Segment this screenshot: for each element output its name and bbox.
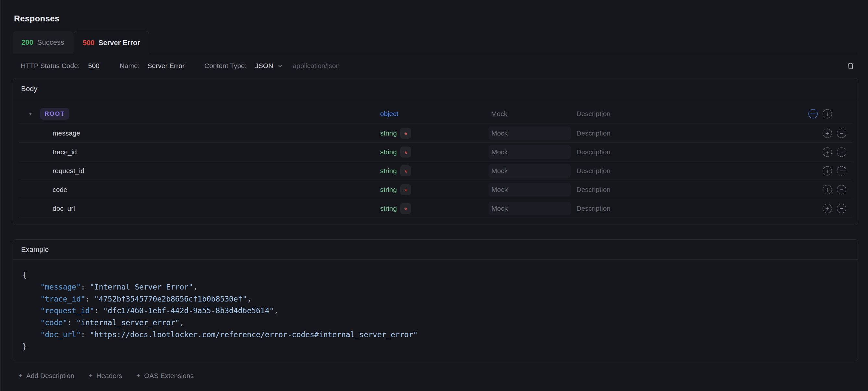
plus-icon: + [136,371,141,380]
required-badge: * [400,165,411,176]
http-status-label: HTTP Status Code: [21,62,80,70]
tab-200-success[interactable]: 200 Success [13,31,73,54]
field-name[interactable]: trace_id [53,148,77,156]
field-name[interactable]: doc_url [53,204,75,213]
root-type[interactable]: object [380,110,398,118]
schema-field-rows: message string * Mock Description + − tr… [13,124,858,218]
field-type[interactable]: string * [380,165,411,176]
schema-field-row-code: code string * Mock Description + − [13,180,858,199]
json-punct: , [274,306,278,315]
root-add-field-button[interactable]: + [823,109,832,119]
body-panel: Body ▾ ROOT object Mock Description + me… [13,78,858,225]
add-field-button[interactable]: + [823,185,832,195]
description-input[interactable]: Description [577,167,611,175]
headers-button[interactable]: + Headers [89,371,122,380]
field-name[interactable]: code [53,186,67,194]
response-meta-row: HTTP Status Code: 500 Name: Server Error… [21,55,855,77]
action-label: OAS Extensions [144,372,194,380]
oas-extensions-button[interactable]: + OAS Extensions [136,371,194,380]
dot-icon [814,113,816,115]
body-panel-title: Body [21,85,37,93]
json-punct: , [193,283,197,291]
schema-field-row-request_id: request_id string * Mock Description + − [13,161,858,180]
add-field-button[interactable]: + [823,166,832,176]
dot-icon [811,113,812,115]
description-input[interactable]: Description [577,148,611,156]
response-tabs: 200 Success 500 Server Error [13,31,858,54]
mock-input[interactable]: Mock [489,145,571,159]
mock-input[interactable]: Mock [489,202,571,215]
field-name[interactable]: message [53,129,80,137]
add-field-button[interactable]: + [823,129,832,138]
example-json-line: "request_id": "dfc17460-1ebf-442d-9a55-8… [22,305,851,317]
add-field-button[interactable]: + [823,204,832,213]
collapse-caret-icon[interactable]: ▾ [29,111,32,117]
add-field-button[interactable]: + [823,148,832,157]
json-key: "trace_id" [40,295,85,303]
example-json-line: "code": "internal_server_error", [22,317,851,329]
json-punct [22,306,40,315]
description-input[interactable]: Description [577,186,611,194]
description-input[interactable]: Description [577,204,611,213]
pane-divider [0,0,1,391]
json-string: "4752bf3545770e2b8656cf1b0b8530ef" [94,295,247,303]
page-title: Responses [14,13,60,24]
mock-input[interactable]: Mock [489,183,571,196]
plus-icon: + [89,371,93,380]
json-punct: : [81,330,90,339]
example-json-line: "message": "Internal Server Error", [22,281,851,293]
example-json-line: "doc_url": "https://docs.lootlocker.com/… [22,329,851,341]
json-punct: : [94,306,103,315]
dot-icon [812,113,814,115]
field-type[interactable]: string * [380,128,411,139]
required-badge: * [400,146,411,158]
remove-field-button[interactable]: − [837,129,846,138]
schema-field-row-doc_url: doc_url string * Mock Description + − [13,199,858,218]
tab-label: Success [37,38,64,47]
tab-500-server-error[interactable]: 500 Server Error [74,31,149,54]
remove-field-button[interactable]: − [837,185,846,195]
mock-input[interactable]: Mock [489,164,571,178]
remove-field-button[interactable]: − [837,204,846,213]
field-type[interactable]: string * [380,146,411,158]
example-json-editor[interactable]: { "message": "Internal Server Error", "t… [13,260,858,353]
http-status-value[interactable]: 500 [88,62,100,70]
json-punct: : [85,295,94,303]
status-code: 500 [83,39,95,47]
remove-field-button[interactable]: − [837,148,846,157]
add-description-button[interactable]: + Add Description [19,371,74,380]
plus-icon: + [19,371,23,380]
content-type-select[interactable]: JSON [255,62,283,70]
row-separator [19,218,852,218]
schema-field-row-message: message string * Mock Description + − [13,124,858,143]
root-more-options-button[interactable] [808,109,818,119]
root-description-input[interactable]: Description [577,110,611,118]
json-string: "https://docs.lootlocker.com/reference/e… [90,330,418,339]
example-panel-header: Example [13,239,858,260]
field-type[interactable]: string * [380,203,411,214]
delete-response-button[interactable] [846,62,855,70]
content-type-hint: application/json [292,62,340,70]
json-key: "request_id" [40,306,94,315]
json-punct: : [67,318,76,327]
example-json-line: } [22,341,851,353]
required-badge: * [400,184,411,195]
json-punct: , [247,295,251,303]
response-name-value[interactable]: Server Error [148,62,185,70]
response-name-label: Name: [120,62,140,70]
example-panel-title: Example [21,246,49,254]
trash-icon [846,62,855,70]
json-punct [22,283,40,291]
remove-field-button[interactable]: − [837,166,846,176]
field-type[interactable]: string * [380,184,411,195]
field-name[interactable]: request_id [53,167,84,175]
content-type-label: Content Type: [204,62,247,70]
json-key: "message" [40,283,81,291]
root-mock-input[interactable]: Mock [491,110,507,118]
mock-input[interactable]: Mock [489,126,571,140]
action-label: Headers [96,372,122,380]
description-input[interactable]: Description [577,129,611,137]
content-type-value: JSON [255,62,273,70]
status-code: 200 [22,38,33,47]
json-key: "doc_url" [40,330,81,339]
